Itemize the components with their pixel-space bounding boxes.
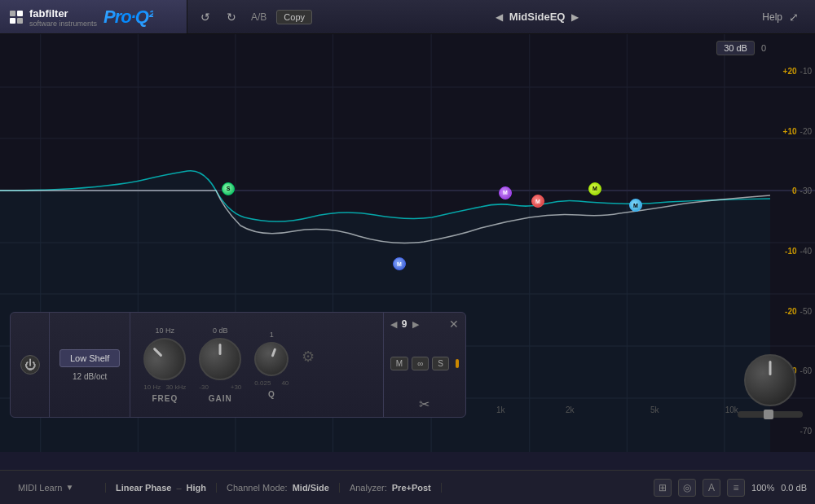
band-prev-button[interactable]: ◀ — [390, 319, 397, 330]
prev-preset-button[interactable]: ◀ — [496, 11, 503, 23]
analyzer-value: Pre+Post — [392, 483, 431, 493]
freq-knob-label: FREQ — [152, 394, 178, 403]
channel-label: Channel Mode: — [227, 483, 288, 493]
scale-item-5: -20 -50 — [785, 307, 812, 316]
q-knob-label: Q — [268, 390, 275, 399]
power-button[interactable]: ⏻ — [20, 355, 40, 375]
output-knob[interactable] — [744, 354, 796, 406]
q-knob-range: 0.025 40 — [254, 379, 289, 387]
status-right: ⊞ ◎ A ≡ 100% 0.0 dB — [654, 479, 807, 497]
filter-slope-label: 12 dB/oct — [73, 372, 107, 381]
spectrum-icon: ◎ — [683, 482, 691, 493]
automation-button[interactable]: A — [703, 479, 720, 497]
eq-node-2[interactable]: M — [393, 257, 406, 270]
menu-button[interactable]: ≡ — [727, 479, 745, 497]
channel-value: Mid/Side — [293, 483, 329, 493]
logo-text: fabfilter software instruments — [29, 6, 97, 28]
panel-right-controls: ◀ 9 ▶ ✕ M ∞ S ✂ — [383, 313, 465, 417]
spectrum-button[interactable]: ◎ — [678, 479, 696, 497]
eq-node-5[interactable]: M — [588, 182, 601, 195]
ab-label: A/B — [251, 11, 267, 23]
gain-knob[interactable] — [199, 338, 241, 380]
logo-brand: fabfilter — [29, 7, 68, 20]
logo-dot-1 — [10, 11, 15, 16]
midi-learn-section[interactable]: MIDI Learn ▼ — [8, 483, 106, 493]
logo-proq: Pro·Q² — [104, 7, 153, 28]
output-section — [734, 354, 807, 418]
undo-button[interactable]: ↺ — [196, 9, 215, 25]
db-range-button[interactable]: 30 dB — [716, 41, 755, 55]
settings-icon: ⚙ — [302, 348, 315, 366]
scale-yellow-5: -20 — [785, 307, 796, 316]
filter-type-button[interactable]: Low Shelf — [59, 349, 120, 367]
phase-value: Linear Phase — [116, 483, 171, 493]
eq-node-4[interactable]: M — [531, 195, 544, 208]
analyzer-section: Analyzer: Pre+Post — [340, 483, 442, 493]
freq-range-top: 10 Hz — [156, 327, 175, 335]
logo-area: fabfilter software instruments Pro·Q² — [0, 0, 187, 33]
freq-knob-group: 10 Hz 10 Hz 30 kHz FREQ — [143, 327, 186, 403]
db-value-display: 0 — [761, 43, 766, 53]
automation-icon: A — [708, 482, 715, 493]
scale-gray-4: -40 — [800, 247, 812, 256]
gain-label-top: 0 dB — [213, 327, 228, 335]
scale-item-2: +10 -20 — [783, 127, 812, 136]
logo-dot-3 — [10, 18, 15, 24]
band-next-button[interactable]: ▶ — [412, 319, 419, 330]
output-slider-thumb[interactable] — [764, 410, 773, 419]
next-preset-button[interactable]: ▶ — [571, 11, 579, 23]
db-scale-top: 30 dB 0 — [716, 41, 766, 55]
logo-icon — [10, 11, 23, 24]
grid-view-button[interactable]: ⊞ — [654, 479, 672, 497]
midi-learn-label: MIDI Learn — [18, 483, 62, 493]
help-button[interactable]: Help — [762, 11, 782, 23]
eq-area: 30 dB 0 S M — [0, 34, 815, 452]
band-buttons: M ∞ S — [390, 357, 459, 370]
link-button[interactable]: ∞ — [412, 357, 429, 370]
menu-icon: ≡ — [734, 482, 739, 493]
eq-band-panel: ⏻ Low Shelf 12 dB/oct 10 Hz 10 Hz 30 kHz… — [10, 312, 466, 418]
scale-gray-5: -50 — [800, 307, 812, 316]
phase-section: Linear Phase – High — [106, 483, 217, 493]
filter-type-section: Low Shelf 12 dB/oct — [50, 313, 130, 417]
eq-node-3[interactable]: M — [499, 186, 512, 199]
gain-knob-group: 0 dB -30 +30 GAIN — [199, 327, 241, 403]
m-button[interactable]: M — [390, 357, 408, 370]
band-nav: ◀ 9 ▶ — [390, 318, 419, 330]
phase-sep: – — [176, 483, 181, 493]
copy-button[interactable]: Copy — [276, 10, 312, 24]
output-slider[interactable] — [738, 411, 803, 418]
scale-gray-2: -20 — [800, 127, 812, 136]
freq-knob-range: 10 Hz 30 kHz — [143, 383, 186, 391]
q-knob[interactable] — [249, 337, 293, 381]
phase-quality: High — [187, 483, 206, 493]
eq-node-6[interactable]: M — [629, 199, 642, 212]
channel-mode-section: Channel Mode: Mid/Side — [217, 483, 340, 493]
power-icon: ⏻ — [24, 358, 36, 371]
q-label-top: 1 — [270, 331, 274, 339]
scale-yellow-2: +10 — [783, 127, 797, 136]
freq-label-1k: 1k — [496, 405, 505, 414]
s-button[interactable]: S — [432, 357, 449, 370]
redo-button[interactable]: ↻ — [222, 9, 241, 25]
knob-section: 10 Hz 10 Hz 30 kHz FREQ 0 dB -30 +30 GAI… — [130, 313, 383, 417]
analyzer-label: Analyzer: — [350, 483, 387, 493]
scale-item-4: -10 -40 — [785, 247, 812, 256]
logo-sub: software instruments — [29, 20, 97, 28]
freq-knob[interactable] — [135, 329, 196, 389]
preset-nav: ◀ MidSideEQ ▶ — [319, 11, 756, 23]
panel-power: ⏻ — [11, 313, 50, 417]
scale-item-1: +20 -10 — [783, 67, 812, 76]
close-panel-button[interactable]: ✕ — [449, 318, 459, 331]
header: fabfilter software instruments Pro·Q² ↺ … — [0, 0, 815, 34]
eq-node-1[interactable]: S — [222, 182, 235, 195]
scissors-button[interactable]: ✂ — [390, 397, 459, 412]
logo-dot-4 — [17, 18, 23, 24]
scale-gray-3: -30 — [800, 186, 812, 195]
gain-knob-label: GAIN — [209, 394, 232, 403]
q-knob-group: 1 0.025 40 Q — [254, 331, 289, 399]
preset-name: MidSideEQ — [509, 11, 566, 23]
expand-button[interactable]: ⤢ — [789, 11, 799, 24]
scale-gray-7: -70 — [800, 427, 812, 436]
freq-label-2k: 2k — [566, 405, 575, 414]
